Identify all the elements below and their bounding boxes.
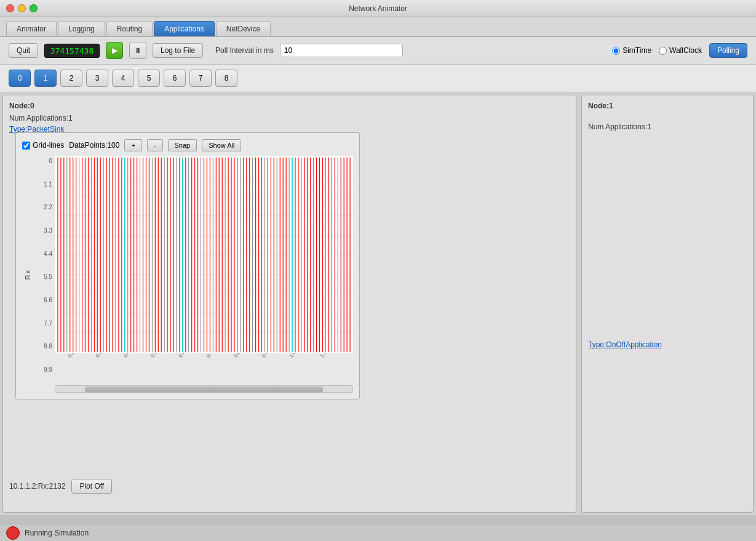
time-mode-group: SimTime WallClock Polling — [612, 43, 747, 58]
plot-off-button[interactable]: Plot Off — [71, 479, 112, 494]
wallclock-radio[interactable]: WallClock — [659, 46, 702, 55]
x-label-8: 1.06421 — [288, 353, 302, 359]
node-btn-5[interactable]: 5 — [138, 70, 160, 87]
x-label-0: 0.272207 — [67, 353, 82, 359]
x-label-7: 0.965207 — [261, 353, 276, 359]
chart-scrollbar[interactable] — [55, 385, 353, 393]
scrollbar-thumb[interactable] — [85, 387, 322, 393]
timer-display: 374157438 — [44, 44, 100, 58]
node-btn-2[interactable]: 2 — [60, 70, 82, 87]
window-controls[interactable] — [6, 4, 38, 12]
node-btn-3[interactable]: 3 — [86, 70, 108, 87]
type-onoffapplication-link[interactable]: Type:OnOffApplication — [588, 340, 662, 349]
node-btn-6[interactable]: 6 — [164, 70, 186, 87]
x-label-9: 1.16321 — [319, 353, 333, 359]
grid-lines-checkbox-label[interactable]: Grid-lines — [22, 141, 64, 150]
status-text: Running Simulation — [25, 529, 89, 537]
chart-svg — [55, 156, 353, 353]
y-axis: 9.9 8.8 7.7 6.6 5.5 4.4 3.3 2.2 1.1 0 — [33, 156, 55, 374]
tab-applications[interactable]: Applications — [154, 21, 215, 36]
grid-lines-checkbox[interactable] — [22, 142, 30, 150]
snap-button[interactable]: Snap — [168, 139, 197, 151]
close-button[interactable] — [6, 4, 14, 12]
chart-overlay: Grid-lines DataPoints:100 + - Snap Show … — [15, 132, 360, 399]
x-label-5: 0.767207 — [205, 353, 220, 359]
status-stop-button[interactable] — [6, 526, 20, 540]
poll-interval-input[interactable] — [280, 44, 403, 57]
num-applications-right: Num Applications:1 — [588, 122, 747, 131]
polling-button[interactable]: Polling — [709, 43, 747, 58]
left-panel: Node:0 Num Applications:1 Type:PacketSin… — [2, 95, 576, 513]
x-label-2: 0.470207 — [122, 353, 137, 359]
x-label-4: 0.668207 — [178, 353, 193, 359]
play-icon: ▶ — [112, 46, 117, 55]
play-button[interactable]: ▶ — [106, 42, 123, 59]
log-to-file-button[interactable]: Log to File — [153, 43, 203, 58]
toolbar: Quit 374157438 ▶ ⏸ Log to File Poll Inte… — [0, 37, 756, 65]
ip-label: 10.1.1.2:Rx:2132 — [9, 482, 65, 491]
pause-button[interactable]: ⏸ — [129, 42, 146, 59]
left-panel-title: Node:0 — [9, 102, 570, 110]
show-all-button[interactable]: Show All — [202, 139, 241, 151]
x-label-3: 0.569207 — [150, 353, 165, 359]
node-selector: 0 1 2 3 4 5 6 7 8 — [0, 65, 756, 92]
quit-button[interactable]: Quit — [9, 43, 38, 58]
tab-animator[interactable]: Animator — [6, 21, 57, 36]
tab-netdevice[interactable]: NetDevice — [216, 21, 271, 36]
tab-routing[interactable]: Routing — [106, 21, 153, 36]
title-bar: Network Animator — [0, 0, 756, 17]
chart-options: Grid-lines DataPoints:100 + - Snap Show … — [22, 139, 353, 151]
data-points-label: DataPoints:100 — [69, 141, 119, 150]
poll-interval-label: Poll Interval in ms — [215, 46, 274, 55]
main-content: Node:0 Num Applications:1 Type:PacketSin… — [0, 92, 756, 515]
status-bar: Running Simulation — [0, 524, 756, 541]
x-label-1: 0.371207 — [95, 353, 109, 359]
chart-container: Rx 9.9 8.8 7.7 6.6 5.5 4.4 3.3 2.2 — [22, 156, 353, 393]
minus-button[interactable]: - — [147, 139, 163, 151]
rx-axis-label: Rx — [24, 269, 31, 279]
ip-row: 10.1.1.2:Rx:2132 Plot Off — [9, 479, 112, 494]
x-label-6: 0.866207 — [233, 353, 248, 359]
node-btn-4[interactable]: 4 — [112, 70, 134, 87]
tab-bar: Animator Logging Routing Applications Ne… — [0, 17, 756, 37]
plus-button[interactable]: + — [124, 139, 141, 151]
right-panel: Node:1 Num Applications:1 Type:OnOffAppl… — [581, 95, 754, 513]
node-btn-0[interactable]: 0 — [9, 70, 31, 87]
simtime-radio[interactable]: SimTime — [612, 46, 651, 55]
pause-icon: ⏸ — [134, 46, 141, 55]
x-axis: 0.272207 0.371207 0.470207 0.569207 0.66… — [55, 353, 353, 384]
node-btn-8[interactable]: 8 — [215, 70, 237, 87]
right-panel-title: Node:1 — [588, 102, 747, 110]
maximize-button[interactable] — [30, 4, 38, 12]
node-btn-1[interactable]: 1 — [34, 70, 57, 87]
minimize-button[interactable] — [18, 4, 26, 12]
node-btn-7[interactable]: 7 — [189, 70, 212, 87]
tab-logging[interactable]: Logging — [58, 21, 105, 36]
num-applications-left: Num Applications:1 — [9, 114, 570, 122]
window-title: Network Animator — [349, 4, 407, 13]
chart-plot — [55, 156, 353, 353]
